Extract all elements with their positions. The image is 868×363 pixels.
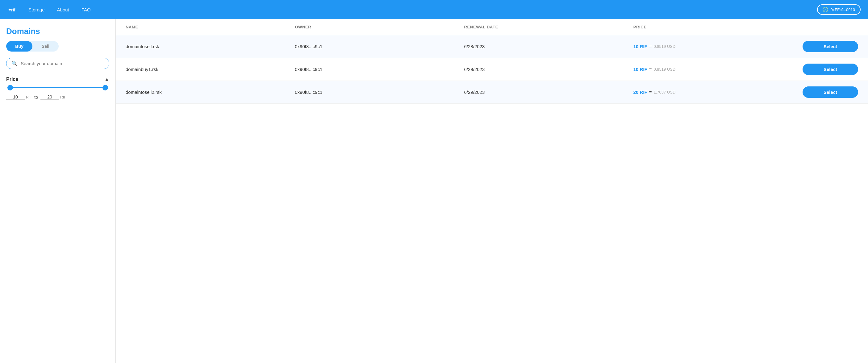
table-row: domaintosell2.rsk 0x90f8...c9c1 6/29/202… <box>116 81 868 104</box>
logo[interactable]: ✦ rif <box>7 5 16 14</box>
page-layout: Domains Buy Sell 🔍 Price ▲ 10 <box>0 19 868 363</box>
range-thumb-right[interactable] <box>102 85 108 90</box>
renewal-date: 6/29/2023 <box>464 90 633 95</box>
table-row: domainbuy1.rsk 0x90f8...c9c1 6/29/2023 1… <box>116 58 868 81</box>
max-price-group: 20 RIF <box>40 94 66 100</box>
table-row: domaintosell.rsk 0x90f8...c9c1 6/28/2023… <box>116 35 868 58</box>
table-header: NAME OWNER RENEWAL DATE PRICE <box>116 19 868 35</box>
price-eq: = <box>649 44 652 49</box>
nav-item-about[interactable]: About <box>57 7 69 12</box>
search-box: 🔍 <box>6 58 109 69</box>
sell-toggle-button[interactable]: Sell <box>32 41 59 52</box>
col-price: PRICE <box>633 25 803 29</box>
domain-owner: 0x90f8...c9c1 <box>295 44 464 49</box>
chevron-up-icon: ▲ <box>104 77 109 82</box>
rif-logo-icon: ✦ rif <box>7 5 16 14</box>
header: ✦ rif Storage About FAQ ✓ 0xFFcf...0910 <box>0 0 868 19</box>
price-cell: 20 RIF = 1.7037 USD <box>633 90 803 95</box>
renewal-date: 6/29/2023 <box>464 67 633 72</box>
price-label: Price <box>6 77 18 82</box>
select-button[interactable]: Select <box>803 64 858 75</box>
buy-sell-toggle: Buy Sell <box>6 41 59 52</box>
domain-name: domaintosell2.rsk <box>126 90 295 95</box>
range-inputs: 10 RIF to 20 RIF <box>6 94 109 100</box>
domain-name: domainbuy1.rsk <box>126 67 295 72</box>
select-button[interactable]: Select <box>803 41 858 52</box>
svg-text:rif: rif <box>11 7 16 12</box>
wallet-button[interactable]: ✓ 0xFFcf...0910 <box>817 4 861 15</box>
nav-item-faq[interactable]: FAQ <box>82 7 91 12</box>
sidebar: Domains Buy Sell 🔍 Price ▲ 10 <box>0 19 116 363</box>
search-input[interactable] <box>21 61 104 66</box>
max-price-input[interactable]: 20 <box>40 94 59 100</box>
search-icon: 🔍 <box>11 61 18 66</box>
col-name: NAME <box>126 25 295 29</box>
main-nav: Storage About FAQ <box>28 7 805 12</box>
price-rif: 10 RIF <box>633 44 647 49</box>
max-price-unit: RIF <box>60 95 66 99</box>
price-cell: 10 RIF = 0.8519 USD <box>633 67 803 72</box>
price-usd: 1.7037 USD <box>654 90 676 94</box>
col-owner: OWNER <box>295 25 464 29</box>
price-rif: 20 RIF <box>633 90 647 95</box>
price-filter-section: Price ▲ 10 RIF to 20 RIF <box>6 77 109 100</box>
select-button[interactable]: Select <box>803 86 858 98</box>
domain-owner: 0x90f8...c9c1 <box>295 90 464 95</box>
domain-name: domaintosell.rsk <box>126 44 295 49</box>
price-usd: 0.8519 USD <box>654 67 676 71</box>
col-renewal: RENEWAL DATE <box>464 25 633 29</box>
range-slider[interactable] <box>6 87 109 88</box>
range-separator: to <box>34 95 38 100</box>
renewal-date: 6/28/2023 <box>464 44 633 49</box>
col-action <box>803 25 858 29</box>
main-content: NAME OWNER RENEWAL DATE PRICE domaintose… <box>116 19 868 363</box>
sidebar-title: Domains <box>6 27 109 36</box>
nav-item-storage[interactable]: Storage <box>28 7 45 12</box>
range-track <box>7 87 108 88</box>
price-usd: 0.8519 USD <box>654 44 676 49</box>
price-filter-header[interactable]: Price ▲ <box>6 77 109 82</box>
domain-owner: 0x90f8...c9c1 <box>295 67 464 72</box>
min-price-input[interactable]: 10 <box>6 94 25 100</box>
min-price-unit: RIF <box>26 95 32 99</box>
wallet-address: 0xFFcf...0910 <box>831 7 855 12</box>
min-price-group: 10 RIF <box>6 94 32 100</box>
price-rif: 10 RIF <box>633 67 647 72</box>
range-thumb-left[interactable] <box>7 85 13 90</box>
price-eq: = <box>649 90 652 95</box>
wallet-check-icon: ✓ <box>823 7 828 12</box>
buy-toggle-button[interactable]: Buy <box>6 41 32 52</box>
price-cell: 10 RIF = 0.8519 USD <box>633 44 803 49</box>
price-eq: = <box>649 67 652 72</box>
